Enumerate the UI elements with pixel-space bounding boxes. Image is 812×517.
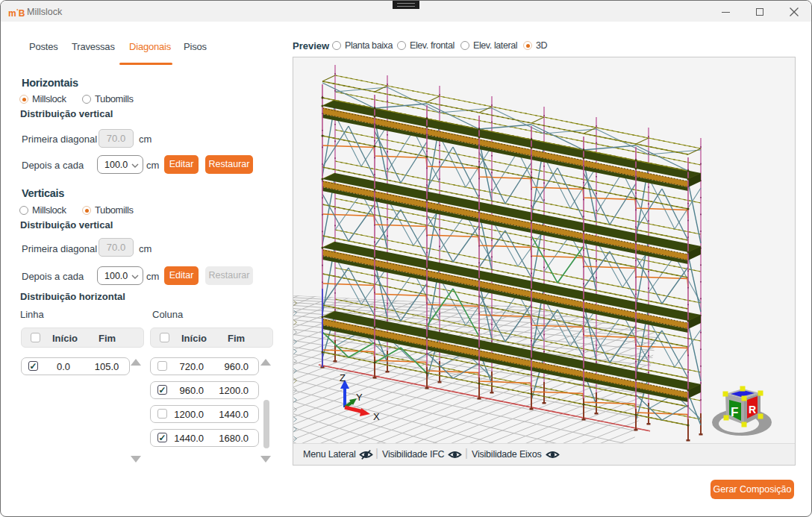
- svg-text:R: R: [749, 404, 756, 416]
- svg-text:Y: Y: [356, 392, 363, 403]
- svg-text:Z: Z: [340, 372, 346, 383]
- svg-text:X: X: [373, 411, 380, 422]
- svg-text:F: F: [731, 405, 738, 419]
